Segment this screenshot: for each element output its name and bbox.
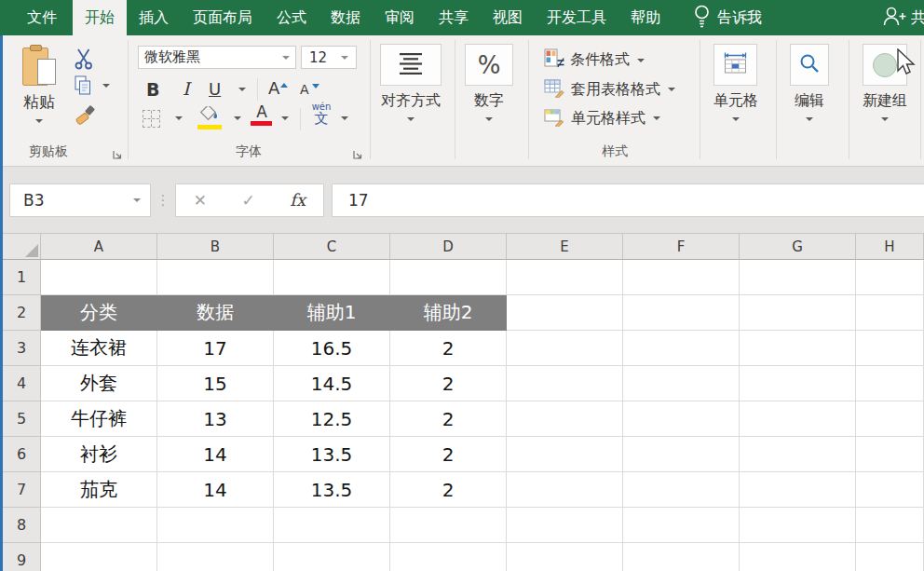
cell[interactable] bbox=[507, 366, 623, 401]
data-cell[interactable]: 牛仔裤 bbox=[41, 401, 157, 437]
copy-dropdown-icon[interactable] bbox=[102, 84, 110, 88]
cell[interactable] bbox=[274, 260, 390, 295]
editing-dropdown-icon[interactable] bbox=[806, 117, 813, 121]
cell[interactable] bbox=[507, 401, 623, 437]
cell[interactable] bbox=[623, 295, 740, 331]
tab-formulas[interactable]: 公式 bbox=[265, 0, 319, 35]
data-cell[interactable]: 14.5 bbox=[274, 366, 390, 401]
cell[interactable] bbox=[507, 508, 623, 543]
underline-button[interactable]: U bbox=[209, 79, 221, 99]
table-header-cell[interactable]: 数据 bbox=[157, 295, 274, 331]
cell[interactable] bbox=[157, 508, 274, 543]
underline-dropdown-icon[interactable] bbox=[238, 88, 246, 91]
cell[interactable] bbox=[740, 472, 856, 508]
cell[interactable] bbox=[856, 331, 924, 366]
cell[interactable] bbox=[856, 295, 924, 331]
column-header-b[interactable]: B bbox=[157, 234, 274, 260]
cell[interactable] bbox=[740, 366, 856, 401]
grow-font-button[interactable]: A bbox=[268, 78, 279, 98]
row-header-8[interactable]: 8 bbox=[3, 508, 41, 543]
cell[interactable] bbox=[740, 331, 856, 366]
column-header-c[interactable]: C bbox=[274, 234, 390, 260]
data-cell[interactable]: 14 bbox=[157, 472, 274, 508]
row-header-2[interactable]: 2 bbox=[3, 295, 41, 331]
cell[interactable] bbox=[157, 260, 274, 295]
column-header-f[interactable]: F bbox=[623, 234, 740, 260]
italic-button[interactable]: I bbox=[183, 78, 190, 99]
cell[interactable] bbox=[623, 401, 740, 437]
table-header-cell[interactable]: 分类 bbox=[41, 295, 157, 331]
data-cell[interactable]: 13 bbox=[157, 401, 274, 437]
cell[interactable] bbox=[623, 366, 740, 401]
cell[interactable] bbox=[623, 437, 740, 472]
cell[interactable] bbox=[856, 366, 924, 401]
copy-button[interactable] bbox=[75, 75, 92, 100]
cell[interactable] bbox=[41, 260, 157, 295]
column-header-d[interactable]: D bbox=[390, 234, 507, 260]
column-header-e[interactable]: E bbox=[507, 234, 623, 260]
format-as-table-button[interactable]: 套用表格格式 bbox=[544, 77, 675, 102]
borders-dropdown-icon[interactable] bbox=[175, 116, 183, 120]
data-cell[interactable]: 15 bbox=[157, 366, 274, 401]
cell[interactable] bbox=[157, 543, 274, 571]
cell[interactable] bbox=[390, 543, 507, 571]
data-cell[interactable]: 16.5 bbox=[274, 331, 390, 366]
cell[interactable] bbox=[856, 508, 924, 543]
enter-icon[interactable]: ✓ bbox=[242, 191, 255, 210]
number-format-button[interactable]: % bbox=[465, 44, 513, 86]
cancel-icon[interactable]: ✕ bbox=[194, 191, 207, 210]
cell[interactable] bbox=[856, 401, 924, 437]
tell-me-box[interactable]: 告诉我 bbox=[689, 0, 766, 35]
cell[interactable] bbox=[390, 508, 507, 543]
data-cell[interactable]: 茄克 bbox=[41, 472, 157, 508]
new-group-dropdown-icon[interactable] bbox=[881, 117, 889, 121]
phonetic-guide-button[interactable]: wén 文 bbox=[309, 102, 333, 126]
row-header-4[interactable]: 4 bbox=[3, 366, 41, 401]
cut-button[interactable] bbox=[74, 48, 95, 74]
cell[interactable] bbox=[623, 472, 740, 508]
cell[interactable] bbox=[507, 295, 623, 331]
cell[interactable] bbox=[740, 295, 856, 331]
cell[interactable] bbox=[623, 508, 740, 543]
data-cell[interactable]: 2 bbox=[390, 401, 507, 437]
column-header-a[interactable]: A bbox=[41, 234, 157, 260]
data-cell[interactable]: 2 bbox=[390, 437, 507, 472]
cell[interactable] bbox=[740, 437, 856, 472]
cell[interactable] bbox=[623, 331, 740, 366]
formula-input[interactable]: 17 bbox=[332, 184, 924, 217]
tab-insert[interactable]: 插入 bbox=[127, 0, 181, 35]
cell[interactable] bbox=[740, 508, 856, 543]
tab-home[interactable]: 开始 bbox=[73, 0, 127, 35]
column-header-h[interactable]: H bbox=[856, 234, 924, 260]
row-header-7[interactable]: 7 bbox=[3, 472, 41, 508]
data-cell[interactable]: 衬衫 bbox=[41, 437, 157, 472]
clipboard-dialog-launcher-icon[interactable] bbox=[112, 146, 123, 164]
cells-button[interactable] bbox=[713, 44, 757, 86]
font-size-select[interactable]: 12 bbox=[301, 46, 357, 69]
tab-developer[interactable]: 开发工具 bbox=[535, 0, 618, 35]
cell-styles-button[interactable]: 单元格样式 bbox=[544, 106, 660, 130]
conditional-formatting-button[interactable]: 条件格式 bbox=[544, 48, 645, 73]
alignment-button[interactable] bbox=[380, 44, 442, 86]
tab-file[interactable]: 文件 bbox=[11, 0, 73, 35]
cell[interactable] bbox=[390, 260, 507, 295]
cell[interactable] bbox=[507, 437, 623, 472]
font-name-select[interactable]: 微软雅黑 bbox=[138, 46, 296, 69]
cell[interactable] bbox=[507, 543, 623, 571]
shrink-font-button[interactable]: A bbox=[300, 82, 309, 97]
table-header-cell[interactable]: 辅助2 bbox=[390, 295, 507, 331]
data-cell[interactable]: 14 bbox=[157, 437, 274, 472]
fill-color-button[interactable] bbox=[197, 106, 224, 129]
cell[interactable] bbox=[856, 437, 924, 472]
cell[interactable] bbox=[507, 260, 623, 295]
data-cell[interactable]: 12.5 bbox=[274, 401, 390, 437]
row-header-3[interactable]: 3 bbox=[3, 331, 41, 366]
select-all-corner[interactable] bbox=[3, 234, 41, 260]
number-dropdown-icon[interactable] bbox=[485, 117, 493, 121]
data-cell[interactable]: 外套 bbox=[41, 366, 157, 401]
data-cell[interactable]: 2 bbox=[390, 331, 507, 366]
tab-data[interactable]: 数据 bbox=[319, 0, 373, 35]
data-cell[interactable]: 13.5 bbox=[274, 472, 390, 508]
cell[interactable] bbox=[274, 543, 390, 571]
editing-button[interactable] bbox=[790, 44, 829, 86]
